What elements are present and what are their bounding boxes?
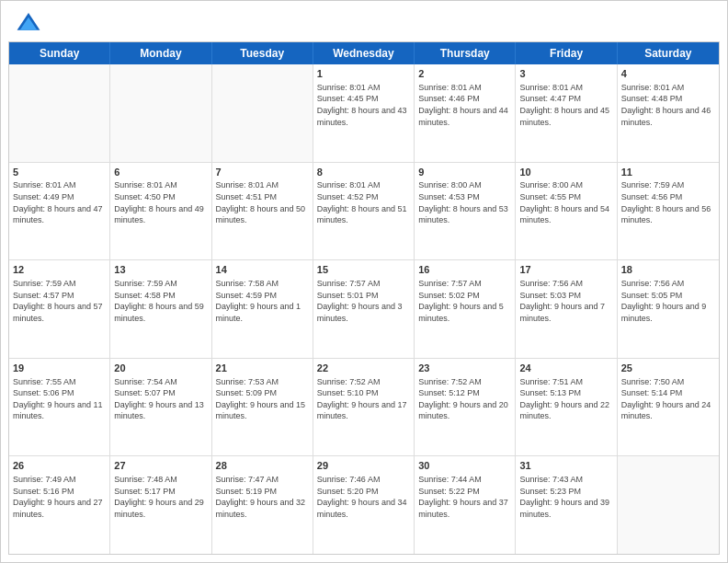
day-cell: 25Sunrise: 7:50 AM Sunset: 5:14 PM Dayli… — [618, 359, 719, 456]
day-number: 4 — [621, 67, 715, 81]
day-cell: 5Sunrise: 8:01 AM Sunset: 4:49 PM Daylig… — [9, 163, 110, 260]
day-info: Sunrise: 7:54 AM Sunset: 5:07 PM Dayligh… — [114, 376, 207, 422]
day-number: 3 — [519, 67, 612, 81]
day-header-saturday: Saturday — [618, 42, 719, 64]
day-info: Sunrise: 7:46 AM Sunset: 5:20 PM Dayligh… — [317, 474, 410, 520]
day-number: 18 — [621, 263, 715, 277]
day-number: 9 — [418, 166, 511, 179]
day-info: Sunrise: 8:00 AM Sunset: 4:53 PM Dayligh… — [418, 179, 511, 225]
day-number: 11 — [621, 166, 715, 179]
day-info: Sunrise: 7:43 AM Sunset: 5:23 PM Dayligh… — [519, 474, 612, 520]
day-number: 1 — [317, 67, 410, 81]
day-info: Sunrise: 7:51 AM Sunset: 5:13 PM Dayligh… — [519, 376, 612, 422]
day-info: Sunrise: 7:55 AM Sunset: 5:06 PM Dayligh… — [13, 376, 106, 422]
weeks: 1Sunrise: 8:01 AM Sunset: 4:45 PM Daylig… — [9, 64, 719, 554]
day-info: Sunrise: 8:01 AM Sunset: 4:48 PM Dayligh… — [621, 82, 715, 128]
day-info: Sunrise: 7:53 AM Sunset: 5:09 PM Dayligh… — [216, 376, 309, 422]
day-cell — [9, 64, 110, 162]
day-info: Sunrise: 7:59 AM Sunset: 4:58 PM Dayligh… — [114, 278, 207, 324]
day-cell: 10Sunrise: 8:00 AM Sunset: 4:55 PM Dayli… — [516, 163, 617, 260]
day-number: 21 — [216, 362, 309, 375]
calendar-page: SundayMondayTuesdayWednesdayThursdayFrid… — [0, 0, 728, 563]
day-cell: 18Sunrise: 7:56 AM Sunset: 5:05 PM Dayli… — [618, 260, 719, 358]
week-row: 5Sunrise: 8:01 AM Sunset: 4:49 PM Daylig… — [9, 163, 719, 261]
day-cell — [110, 64, 211, 162]
day-info: Sunrise: 7:56 AM Sunset: 5:05 PM Dayligh… — [621, 278, 715, 324]
day-number: 10 — [519, 166, 612, 179]
day-info: Sunrise: 7:56 AM Sunset: 5:03 PM Dayligh… — [519, 278, 612, 324]
day-number: 26 — [13, 459, 106, 473]
day-info: Sunrise: 7:48 AM Sunset: 5:17 PM Dayligh… — [114, 474, 207, 520]
day-cell: 1Sunrise: 8:01 AM Sunset: 4:45 PM Daylig… — [313, 64, 415, 162]
day-number: 19 — [13, 362, 106, 375]
day-info: Sunrise: 8:01 AM Sunset: 4:50 PM Dayligh… — [114, 179, 207, 225]
day-info: Sunrise: 8:01 AM Sunset: 4:51 PM Dayligh… — [216, 179, 309, 225]
day-info: Sunrise: 8:01 AM Sunset: 4:46 PM Dayligh… — [418, 82, 511, 128]
day-cell: 21Sunrise: 7:53 AM Sunset: 5:09 PM Dayli… — [212, 359, 313, 456]
day-number: 25 — [621, 362, 715, 375]
day-cell: 29Sunrise: 7:46 AM Sunset: 5:20 PM Dayli… — [313, 456, 415, 554]
day-number: 13 — [114, 263, 207, 277]
logo — [16, 10, 45, 36]
calendar: SundayMondayTuesdayWednesdayThursdayFrid… — [8, 41, 720, 555]
day-number: 12 — [13, 263, 106, 277]
day-cell: 3Sunrise: 8:01 AM Sunset: 4:47 PM Daylig… — [516, 64, 617, 162]
day-cell: 23Sunrise: 7:52 AM Sunset: 5:12 PM Dayli… — [415, 359, 516, 456]
day-number: 14 — [216, 263, 309, 277]
day-number: 8 — [317, 166, 410, 179]
day-cell: 30Sunrise: 7:44 AM Sunset: 5:22 PM Dayli… — [415, 456, 516, 554]
day-number: 7 — [216, 166, 309, 179]
day-cell: 4Sunrise: 8:01 AM Sunset: 4:48 PM Daylig… — [618, 64, 719, 162]
week-row: 26Sunrise: 7:49 AM Sunset: 5:16 PM Dayli… — [9, 456, 719, 554]
day-info: Sunrise: 8:01 AM Sunset: 4:47 PM Dayligh… — [519, 82, 612, 128]
day-number: 2 — [418, 67, 511, 81]
day-headers: SundayMondayTuesdayWednesdayThursdayFrid… — [9, 42, 719, 64]
day-cell: 12Sunrise: 7:59 AM Sunset: 4:57 PM Dayli… — [9, 260, 110, 358]
day-cell: 6Sunrise: 8:01 AM Sunset: 4:50 PM Daylig… — [110, 163, 211, 260]
day-cell: 14Sunrise: 7:58 AM Sunset: 4:59 PM Dayli… — [212, 260, 313, 358]
day-info: Sunrise: 7:59 AM Sunset: 4:57 PM Dayligh… — [13, 278, 106, 324]
day-cell: 31Sunrise: 7:43 AM Sunset: 5:23 PM Dayli… — [516, 456, 617, 554]
day-info: Sunrise: 8:00 AM Sunset: 4:55 PM Dayligh… — [519, 179, 612, 225]
day-info: Sunrise: 7:47 AM Sunset: 5:19 PM Dayligh… — [216, 474, 309, 520]
day-cell: 22Sunrise: 7:52 AM Sunset: 5:10 PM Dayli… — [313, 359, 415, 456]
day-number: 29 — [317, 459, 410, 473]
day-cell: 13Sunrise: 7:59 AM Sunset: 4:58 PM Dayli… — [110, 260, 211, 358]
day-info: Sunrise: 7:59 AM Sunset: 4:56 PM Dayligh… — [621, 179, 715, 225]
day-info: Sunrise: 7:57 AM Sunset: 5:01 PM Dayligh… — [317, 278, 410, 324]
day-cell: 7Sunrise: 8:01 AM Sunset: 4:51 PM Daylig… — [212, 163, 313, 260]
day-header-thursday: Thursday — [415, 42, 516, 64]
day-cell: 20Sunrise: 7:54 AM Sunset: 5:07 PM Dayli… — [110, 359, 211, 456]
day-number: 20 — [114, 362, 207, 375]
day-number: 5 — [13, 166, 106, 179]
day-number: 16 — [418, 263, 511, 277]
day-cell: 27Sunrise: 7:48 AM Sunset: 5:17 PM Dayli… — [110, 456, 211, 554]
day-info: Sunrise: 7:52 AM Sunset: 5:10 PM Dayligh… — [317, 376, 410, 422]
day-number: 15 — [317, 263, 410, 277]
day-number: 17 — [519, 263, 612, 277]
day-cell: 9Sunrise: 8:00 AM Sunset: 4:53 PM Daylig… — [415, 163, 516, 260]
day-info: Sunrise: 8:01 AM Sunset: 4:45 PM Dayligh… — [317, 82, 410, 128]
day-number: 27 — [114, 459, 207, 473]
day-cell: 19Sunrise: 7:55 AM Sunset: 5:06 PM Dayli… — [9, 359, 110, 456]
day-info: Sunrise: 7:50 AM Sunset: 5:14 PM Dayligh… — [621, 376, 715, 422]
day-info: Sunrise: 8:01 AM Sunset: 4:52 PM Dayligh… — [317, 179, 410, 225]
day-info: Sunrise: 7:57 AM Sunset: 5:02 PM Dayligh… — [418, 278, 511, 324]
day-cell: 24Sunrise: 7:51 AM Sunset: 5:13 PM Dayli… — [516, 359, 617, 456]
day-header-sunday: Sunday — [9, 42, 110, 64]
day-cell: 28Sunrise: 7:47 AM Sunset: 5:19 PM Dayli… — [212, 456, 313, 554]
day-header-monday: Monday — [110, 42, 211, 64]
day-number: 22 — [317, 362, 410, 375]
day-cell: 15Sunrise: 7:57 AM Sunset: 5:01 PM Dayli… — [313, 260, 415, 358]
day-info: Sunrise: 7:44 AM Sunset: 5:22 PM Dayligh… — [418, 474, 511, 520]
day-info: Sunrise: 7:52 AM Sunset: 5:12 PM Dayligh… — [418, 376, 511, 422]
header — [1, 1, 727, 41]
day-header-wednesday: Wednesday — [313, 42, 415, 64]
day-cell: 17Sunrise: 7:56 AM Sunset: 5:03 PM Dayli… — [516, 260, 617, 358]
day-number: 31 — [519, 459, 612, 473]
logo-icon — [16, 10, 41, 36]
day-info: Sunrise: 8:01 AM Sunset: 4:49 PM Dayligh… — [13, 179, 106, 225]
day-header-friday: Friday — [516, 42, 617, 64]
day-cell: 26Sunrise: 7:49 AM Sunset: 5:16 PM Dayli… — [9, 456, 110, 554]
day-info: Sunrise: 7:58 AM Sunset: 4:59 PM Dayligh… — [216, 278, 309, 324]
